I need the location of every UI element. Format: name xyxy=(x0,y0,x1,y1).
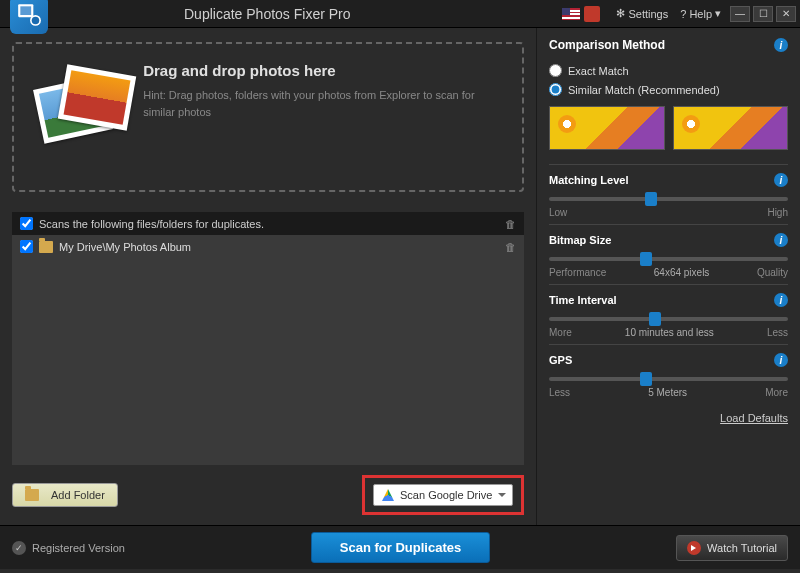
comparison-title: Comparison Method xyxy=(549,38,665,52)
check-icon: ✓ xyxy=(12,541,26,555)
select-all-checkbox[interactable] xyxy=(20,217,33,230)
language-flag-icon[interactable] xyxy=(562,8,580,20)
row-delete-icon[interactable]: 🗑 xyxy=(505,241,516,253)
row-checkbox[interactable] xyxy=(20,240,33,253)
dropzone[interactable]: Drag and drop photos here Hint: Drag pho… xyxy=(12,42,524,192)
similar-match-radio[interactable]: Similar Match (Recommended) xyxy=(549,83,788,96)
time-slider[interactable] xyxy=(549,317,788,321)
info-icon[interactable]: i xyxy=(774,38,788,52)
folder-icon xyxy=(25,489,39,501)
preview-thumb xyxy=(549,106,665,150)
matching-level-title: Matching Level xyxy=(549,174,628,186)
clear-list-icon[interactable]: 🗑 xyxy=(505,218,516,230)
matching-slider[interactable] xyxy=(549,197,788,201)
filelist-body: My Drive\My Photos Album 🗑 xyxy=(12,235,524,465)
app-title: Duplicate Photos Fixer Pro xyxy=(184,6,351,22)
minimize-button[interactable]: — xyxy=(730,6,750,22)
notification-badge[interactable] xyxy=(584,6,600,22)
close-button[interactable]: ✕ xyxy=(776,6,796,22)
settings-link[interactable]: ✻ Settings xyxy=(616,7,668,20)
filelist-header: Scans the following files/folders for du… xyxy=(12,212,524,235)
bitmap-slider[interactable] xyxy=(549,257,788,261)
dropzone-hint: Hint: Drag photos, folders with your pho… xyxy=(143,87,502,120)
bitmap-size-title: Bitmap Size xyxy=(549,234,611,246)
app-icon xyxy=(10,0,48,34)
filelist-header-label: Scans the following files/folders for du… xyxy=(39,218,264,230)
info-icon[interactable]: i xyxy=(774,233,788,247)
row-path: My Drive\My Photos Album xyxy=(59,241,191,253)
add-folder-button[interactable]: Add Folder xyxy=(12,483,118,507)
registered-status: ✓ Registered Version xyxy=(12,541,125,555)
scan-duplicates-button[interactable]: Scan for Duplicates xyxy=(311,532,490,563)
main-panel: Drag and drop photos here Hint: Drag pho… xyxy=(0,28,536,525)
scan-drive-highlight: Scan Google Drive xyxy=(362,475,524,515)
watch-tutorial-button[interactable]: Watch Tutorial xyxy=(676,535,788,561)
folder-icon xyxy=(39,241,53,253)
load-defaults-link[interactable]: Load Defaults xyxy=(720,412,788,424)
preview-thumb xyxy=(673,106,789,150)
gps-slider[interactable] xyxy=(549,377,788,381)
dropzone-heading: Drag and drop photos here xyxy=(143,62,502,79)
list-item[interactable]: My Drive\My Photos Album 🗑 xyxy=(12,235,524,258)
titlebar: Duplicate Photos Fixer Pro ✻ Settings ? … xyxy=(0,0,800,28)
time-interval-title: Time Interval xyxy=(549,294,617,306)
info-icon[interactable]: i xyxy=(774,353,788,367)
svg-point-3 xyxy=(32,16,40,24)
svg-rect-1 xyxy=(20,6,31,15)
google-drive-icon xyxy=(382,489,394,501)
exact-match-radio[interactable]: Exact Match xyxy=(549,64,788,77)
footer: ✓ Registered Version Scan for Duplicates… xyxy=(0,525,800,569)
play-icon xyxy=(687,541,701,555)
info-icon[interactable]: i xyxy=(774,173,788,187)
photo-stack-icon xyxy=(34,62,123,162)
gps-title: GPS xyxy=(549,354,572,366)
maximize-button[interactable]: ☐ xyxy=(753,6,773,22)
info-icon[interactable]: i xyxy=(774,293,788,307)
settings-panel: Comparison Method i Exact Match Similar … xyxy=(536,28,800,525)
help-link[interactable]: ? Help ▾ xyxy=(680,7,721,20)
scan-drive-dropdown[interactable]: Scan Google Drive xyxy=(373,484,513,506)
